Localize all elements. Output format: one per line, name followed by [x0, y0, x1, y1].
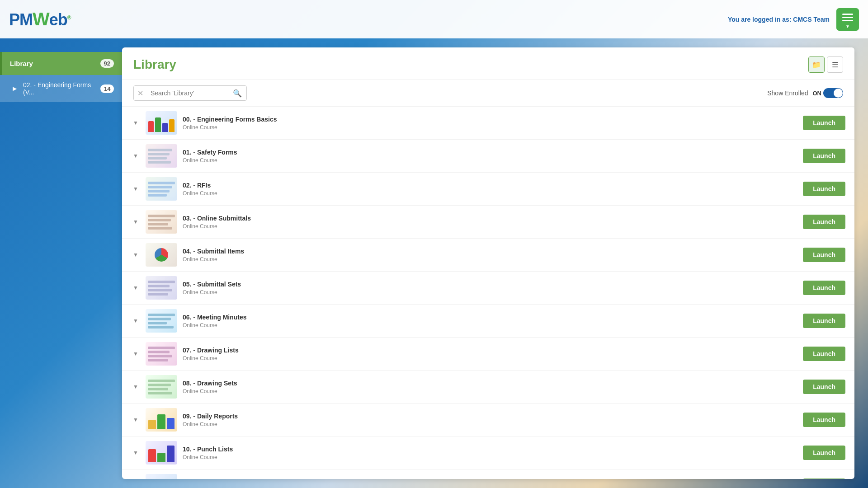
- table-row: ▼ 02. - RFIs Online Course Launch: [122, 173, 854, 206]
- thumb-table-2: [146, 179, 177, 199]
- table-row: ▼ 01. - Safety Forms Online Course Launc…: [122, 140, 854, 173]
- course-info-0: 00. - Engineering Forms Basics Online Co…: [183, 116, 797, 131]
- expand-button-7[interactable]: ▼: [131, 349, 140, 358]
- course-info-10: 10. - Punch Lists Online Course: [183, 446, 797, 460]
- course-thumbnail-10: [146, 441, 177, 465]
- sidebar: Library 92 ▶ 02. - Engineering Forms (V.…: [0, 38, 122, 488]
- table-row: ▼ 03. - Online Submittals Online Course …: [122, 206, 854, 239]
- sidebar-item-library[interactable]: Library 92: [0, 52, 122, 75]
- sidebar-label-engineering-forms: 02. - Engineering Forms (V...: [23, 81, 97, 96]
- menu-line-1: [842, 14, 853, 15]
- user-name: CMCS Team: [793, 16, 830, 23]
- course-thumbnail-11: [146, 474, 177, 479]
- launch-button-9[interactable]: Launch: [803, 413, 845, 427]
- logo-pm: PM: [9, 10, 33, 29]
- launch-button-4[interactable]: Launch: [803, 248, 845, 262]
- course-type-3: Online Course: [183, 223, 797, 230]
- course-type-0: Online Course: [183, 124, 797, 131]
- search-icon: 🔍: [233, 89, 242, 98]
- course-info-1: 01. - Safety Forms Online Course: [183, 149, 797, 164]
- content-panel: Library 📁 ☰ ✕ 🔍 Sh: [122, 47, 854, 479]
- thumb-table-3: [146, 212, 177, 232]
- menu-button[interactable]: [836, 8, 859, 31]
- sidebar-item-engineering-forms[interactable]: ▶ 02. - Engineering Forms (V... 14: [0, 75, 122, 102]
- expand-button-6[interactable]: ▼: [131, 316, 140, 325]
- thumb-chart-10: [146, 441, 177, 465]
- course-info-6: 06. - Meeting Minutes Online Course: [183, 314, 797, 328]
- launch-button-1[interactable]: Launch: [803, 149, 845, 163]
- course-type-5: Online Course: [183, 289, 797, 296]
- course-name-4: 04. - Submittal Items: [183, 248, 797, 255]
- launch-button-6[interactable]: Launch: [803, 314, 845, 328]
- header-right: You are logged in as: CMCS Team: [728, 8, 859, 31]
- clear-icon: ✕: [137, 89, 143, 98]
- course-name-10: 10. - Punch Lists: [183, 446, 797, 453]
- logged-in-label: You are logged in as: CMCS Team: [728, 16, 830, 23]
- launch-button-11[interactable]: Launch: [803, 479, 845, 479]
- main-area: Library 92 ▶ 02. - Engineering Forms (V.…: [0, 38, 868, 488]
- course-info-5: 05. - Submittal Sets Online Course: [183, 281, 797, 296]
- header-actions: 📁 ☰: [808, 56, 843, 73]
- search-submit-button[interactable]: 🔍: [228, 86, 246, 100]
- launch-button-5[interactable]: Launch: [803, 281, 845, 295]
- launch-button-7[interactable]: Launch: [803, 347, 845, 361]
- expand-button-2[interactable]: ▼: [131, 184, 140, 193]
- expand-button-8[interactable]: ▼: [131, 382, 140, 391]
- course-type-1: Online Course: [183, 157, 797, 164]
- search-clear-button[interactable]: ✕: [134, 86, 147, 100]
- toggle-label: ON: [813, 90, 822, 97]
- expand-button-1[interactable]: ▼: [131, 151, 140, 160]
- toggle-switch[interactable]: ON: [813, 88, 844, 98]
- logo-trademark: ®: [67, 14, 71, 21]
- course-name-9: 09. - Daily Reports: [183, 413, 797, 420]
- logo-w-letter: W: [33, 9, 49, 29]
- folder-view-button[interactable]: 📁: [808, 56, 825, 73]
- menu-line-2: [842, 17, 853, 18]
- expand-button-4[interactable]: ▼: [131, 250, 140, 259]
- header: PMWeb® You are logged in as: CMCS Team: [0, 0, 868, 38]
- course-name-8: 08. - Drawing Sets: [183, 380, 797, 387]
- launch-button-3[interactable]: Launch: [803, 215, 845, 229]
- table-row: ▼ 05. - Submittal Sets Online Course Lau…: [122, 272, 854, 305]
- chevron-right-icon: ▶: [13, 85, 17, 92]
- course-type-9: Online Course: [183, 421, 797, 427]
- expand-button-9[interactable]: ▼: [131, 415, 140, 424]
- expand-button-3[interactable]: ▼: [131, 217, 140, 226]
- table-row: ▼ 07. - Drawing Lists Online Course Laun…: [122, 338, 854, 371]
- search-input[interactable]: [147, 89, 228, 97]
- list-icon: ☰: [832, 61, 838, 69]
- folder-icon: 📁: [812, 61, 821, 69]
- course-thumbnail-9: [146, 408, 177, 432]
- sidebar-badge-library: 92: [100, 59, 114, 68]
- list-view-button[interactable]: ☰: [827, 56, 843, 73]
- course-info-9: 09. - Daily Reports Online Course: [183, 413, 797, 427]
- thumb-table-5: [146, 278, 177, 298]
- thumb-table-7: [146, 344, 177, 364]
- table-row: ▼ 04. - Submittal Items Online Course La…: [122, 239, 854, 272]
- course-name-2: 02. - RFIs: [183, 182, 797, 189]
- course-thumbnail-6: [146, 309, 177, 333]
- logo: PMWeb®: [9, 9, 71, 29]
- course-thumbnail-4: [146, 243, 177, 267]
- expand-button-5[interactable]: ▼: [131, 283, 140, 292]
- course-info-2: 02. - RFIs Online Course: [183, 182, 797, 197]
- menu-icon: [842, 14, 853, 21]
- thumb-table-6: [146, 311, 177, 331]
- toggle-track[interactable]: [823, 88, 843, 98]
- table-row: ▼ 10. - Punch Lists Online Course Launch: [122, 436, 854, 469]
- search-box: ✕ 🔍: [133, 85, 247, 101]
- course-name-7: 07. - Drawing Lists: [183, 347, 797, 354]
- thumb-table-11: [146, 478, 177, 479]
- launch-button-2[interactable]: Launch: [803, 182, 845, 196]
- expand-button-0[interactable]: ▼: [131, 118, 140, 127]
- logo-text: PMWeb®: [9, 9, 71, 29]
- sidebar-label-library: Library: [10, 60, 33, 67]
- launch-button-10[interactable]: Launch: [803, 446, 845, 460]
- course-name-1: 01. - Safety Forms: [183, 149, 797, 156]
- expand-button-10[interactable]: ▼: [131, 448, 140, 457]
- launch-button-8[interactable]: Launch: [803, 380, 845, 394]
- course-type-8: Online Course: [183, 388, 797, 394]
- logged-in-prefix: You are logged in as:: [728, 16, 793, 23]
- launch-button-0[interactable]: Launch: [803, 116, 845, 130]
- toggle-thumb: [834, 89, 843, 98]
